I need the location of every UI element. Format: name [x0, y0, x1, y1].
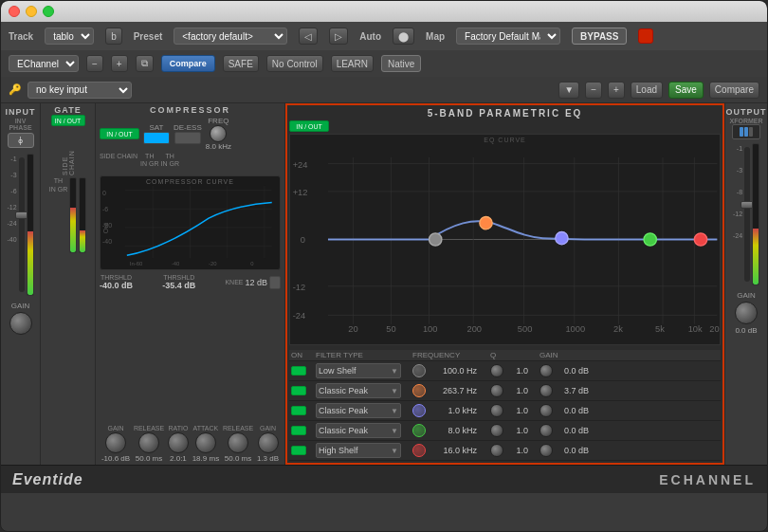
band-1-q-group: 1.0: [490, 384, 538, 397]
band-3-freq-knob[interactable]: [412, 424, 426, 437]
band-4-q-knob[interactable]: [490, 444, 503, 457]
comp-gain2-knob[interactable]: [258, 432, 279, 453]
band-2-q-group: 1.0: [490, 404, 538, 417]
band-0-freq-knob[interactable]: [412, 364, 426, 377]
band-4-type-select[interactable]: High Shelf ▼: [316, 443, 401, 458]
band-2-freq-knob[interactable]: [412, 404, 426, 417]
comp-release2-value: 50.0 ms: [225, 454, 251, 463]
freq-value: 8.0 kHz: [206, 142, 231, 151]
comp-gain-group: GAIN -10.6 dB: [101, 425, 130, 463]
preset-arrow-btn[interactable]: ◁: [299, 28, 318, 45]
band-0-q-knob[interactable]: [490, 364, 503, 377]
safe-btn[interactable]: SAFE: [223, 55, 259, 72]
maximize-button[interactable]: [43, 6, 54, 17]
inv-phase-btn[interactable]: ϕ: [8, 133, 34, 148]
band-4-freq-group: 16.0 kHz: [412, 444, 488, 457]
band-1-q-knob[interactable]: [490, 384, 503, 397]
band-2-q-knob[interactable]: [490, 404, 503, 417]
eq-in-out-btn[interactable]: IN / OUT: [289, 120, 329, 132]
band-0-gain-knob[interactable]: [539, 364, 553, 377]
key-input-select[interactable]: no key input: [27, 82, 132, 99]
band-1-type-select[interactable]: Classic Peak ▼: [316, 383, 401, 398]
band-2-on-btn[interactable]: [291, 406, 306, 415]
compare-icon-btn[interactable]: ⧉: [136, 55, 154, 72]
band-1-freq-knob[interactable]: [412, 384, 426, 397]
band-0-gain-val: 0.0 dB: [555, 366, 589, 376]
band-0-on-btn[interactable]: [291, 366, 306, 376]
minimize-button[interactable]: [26, 6, 37, 17]
output-gain-knob[interactable]: [735, 302, 758, 324]
close-button[interactable]: [9, 6, 20, 17]
freq-knob[interactable]: [210, 125, 227, 142]
compare-btn[interactable]: Compare: [161, 55, 215, 72]
band-2-type-select[interactable]: Classic Peak ▼: [316, 403, 401, 418]
comp-knee-select[interactable]: [269, 276, 281, 289]
comp-ratio-knob[interactable]: [168, 432, 189, 453]
dropdown-btn[interactable]: ▼: [558, 82, 579, 99]
band-4-dropdown-arrow: ▼: [391, 447, 398, 455]
band-2-gain-knob[interactable]: [539, 404, 553, 417]
gate-th-meter: [69, 177, 77, 253]
svg-point-43: [480, 217, 492, 229]
de-ess-toggle[interactable]: [174, 132, 201, 144]
comp-release2-knob[interactable]: [228, 432, 248, 453]
map-select[interactable]: Factory Default Map: [456, 28, 560, 45]
band-4-gain-knob[interactable]: [539, 444, 553, 457]
band-4-freq-knob[interactable]: [412, 444, 426, 457]
comp-in-out-btn[interactable]: IN / OUT: [100, 128, 139, 139]
comp-thrshld1-label: THRSHLD: [100, 274, 133, 281]
band-3-type-select[interactable]: Classic Peak ▼: [316, 423, 401, 438]
svg-point-44: [556, 232, 568, 245]
no-control-btn[interactable]: No Control: [266, 55, 323, 72]
learn-btn[interactable]: LEARN: [331, 55, 374, 72]
compare-toolbar-btn[interactable]: Compare: [709, 82, 759, 99]
svg-text:0: 0: [301, 235, 305, 245]
comp-curve-title: COMPRESSOR CURVE: [146, 178, 234, 185]
comp-curve-box: COMPRESSOR CURVE 0 -6 -20 -40 Out: [100, 175, 281, 270]
bypass-button[interactable]: BYPASS: [572, 28, 627, 45]
channel-select[interactable]: EChannel: [9, 55, 79, 72]
plus-btn[interactable]: +: [111, 55, 128, 72]
comp-gain-knob[interactable]: [105, 432, 126, 453]
comp-attack-knob[interactable]: [195, 432, 216, 453]
band-1-on-btn[interactable]: [291, 386, 306, 395]
comp-ratio-label: RATIO: [168, 425, 188, 431]
band-3-gain-knob[interactable]: [539, 424, 553, 437]
output-section: OUTPUT XFORMER -1 -3 -8 -12 -24: [724, 103, 767, 465]
output-fader-track: [744, 147, 750, 282]
band-3-on-btn[interactable]: [291, 426, 306, 435]
xformer-display[interactable]: [732, 124, 760, 139]
band-3-q-knob[interactable]: [490, 424, 503, 437]
band-1-gain-knob[interactable]: [539, 384, 553, 397]
output-meter: [752, 143, 759, 285]
toolbar-plus-btn[interactable]: +: [608, 82, 625, 99]
load-btn[interactable]: Load: [631, 82, 663, 99]
preset-arrow2-btn[interactable]: ▷: [329, 28, 348, 45]
save-btn[interactable]: Save: [668, 82, 704, 99]
minus-btn[interactable]: −: [86, 55, 103, 72]
band-3-q-group: 1.0: [490, 424, 538, 437]
eq-curve-box: EQ CURVE: [289, 134, 721, 345]
native-btn[interactable]: Native: [381, 55, 421, 72]
input-title: INPUT: [6, 107, 36, 117]
band-0-type-label: Low Shelf: [319, 366, 357, 376]
input-gain-knob[interactable]: [9, 312, 32, 335]
band-4-q-val: 1.0: [505, 446, 528, 455]
toolbar-minus-btn[interactable]: −: [585, 82, 602, 99]
band-4-on-btn[interactable]: [291, 446, 306, 455]
eq-title: 5-BAND PARAMETRIC EQ: [428, 108, 583, 119]
band-3-gain-val: 0.0 dB: [555, 426, 589, 435]
svg-text:500: 500: [518, 324, 533, 334]
comp-release-knob[interactable]: [138, 432, 159, 453]
auto-record-btn[interactable]: ⬤: [393, 28, 414, 45]
sat-toggle[interactable]: [143, 132, 170, 144]
band-0-type-select[interactable]: Low Shelf ▼: [316, 363, 401, 378]
eventide-logo: Eventide: [12, 471, 83, 488]
red-square[interactable]: [638, 28, 653, 44]
band-1-freq-group: 263.7 Hz: [412, 384, 488, 397]
preset-select[interactable]: <factory default>: [174, 28, 287, 45]
eq-bands-table: ON FILTER TYPE FREQUENCY Q GAIN Low Shel…: [289, 350, 721, 461]
track-b-btn[interactable]: b: [105, 28, 122, 45]
gate-in-out-btn[interactable]: IN / OUT: [51, 115, 85, 126]
track-select[interactable]: tablo: [45, 28, 94, 45]
